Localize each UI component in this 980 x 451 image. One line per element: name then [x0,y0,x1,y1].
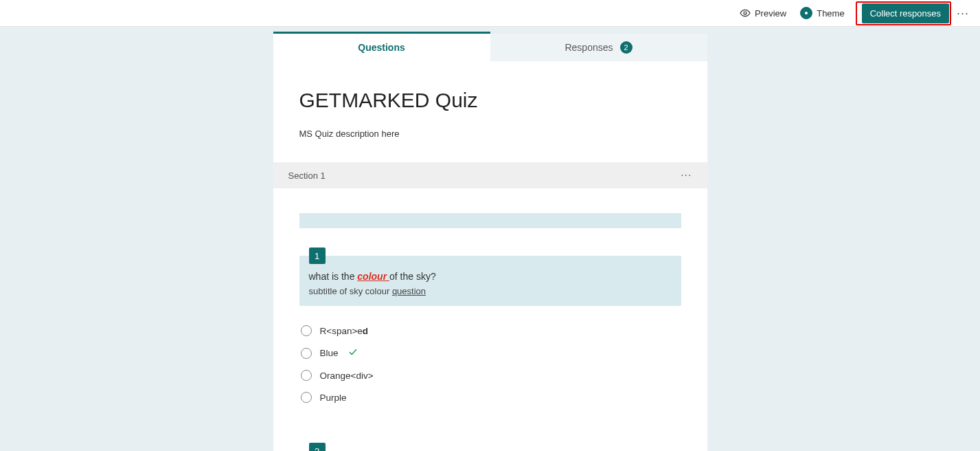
question-number-badge: 1 [309,248,326,264]
option-4[interactable]: Purple [301,386,681,408]
quiz-title[interactable]: GETMARKED Quiz [299,89,681,112]
radio-icon [301,348,312,359]
collect-responses-button[interactable]: Collect responses [862,3,949,23]
option-3[interactable]: Orange<div> [301,364,681,386]
scroll-area[interactable]: Questions Responses 2 GETMARKED Quiz MS … [0,27,980,451]
opt1-pre: R [320,326,327,336]
question-number-badge: 2 [309,443,326,451]
section-bar: Section 1 ··· [273,162,707,188]
questions-area: 1 what is the colour of the sky? subtitl… [273,188,707,451]
radio-icon [301,370,312,381]
option-2[interactable]: Blue [301,342,681,364]
section-description-placeholder[interactable] [299,213,681,228]
tabs: Questions Responses 2 [273,34,707,61]
option-1-label: R<span>ed [320,326,369,336]
top-toolbar: Preview Theme Collect responses ··· [0,0,980,27]
tab-questions[interactable]: Questions [273,34,490,61]
q1-text-colour: colour [357,271,389,282]
option-1[interactable]: R<span>ed [301,320,681,342]
option-4-label: Purple [320,393,347,403]
radio-icon [301,392,312,403]
question-1-text: what is the colour of the sky? [309,271,672,282]
more-icon: ··· [681,169,692,181]
palette-icon [800,7,812,19]
more-icon: ··· [957,6,969,20]
tab-responses-label: Responses [565,42,613,53]
radio-icon [301,325,312,336]
svg-point-1 [805,12,808,14]
quiz-header: GETMARKED Quiz MS Quiz description here [273,61,707,162]
svg-point-0 [744,12,747,14]
section-more-button[interactable]: ··· [681,169,692,182]
responses-count-badge: 2 [620,41,633,54]
quiz-description[interactable]: MS Quiz description here [299,129,681,139]
question-1-header[interactable]: 1 what is the colour of the sky? subtitl… [299,256,681,306]
option-3-label: Orange<div> [320,371,374,381]
tab-responses[interactable]: Responses 2 [490,34,707,61]
opt1-mid: <span>e [326,326,363,336]
theme-button[interactable]: Theme [793,0,851,26]
collect-highlight: Collect responses [856,1,951,25]
q1-text-prefix: what is the [309,271,358,282]
opt1-bold: d [363,326,368,336]
eye-icon [740,8,751,19]
more-menu-button[interactable]: ··· [951,6,975,21]
tab-questions-label: Questions [358,42,404,53]
preview-label: Preview [755,8,786,19]
option-2-label: Blue [320,348,339,358]
question-1-options: R<span>ed Blue Orange<div> Purple [299,320,681,408]
form-container: Questions Responses 2 GETMARKED Quiz MS … [273,27,707,451]
q1-sub-prefix: subtitle of sky colour [309,286,392,296]
question-1-subtitle: subtitle of sky colour question [309,286,672,296]
checkmark-icon [348,347,358,359]
q1-text-suffix: of the sky? [389,271,436,282]
preview-button[interactable]: Preview [733,0,793,26]
theme-label: Theme [817,8,844,19]
section-label: Section 1 [288,170,326,181]
q1-sub-underlined: question [392,286,426,296]
question-2-header[interactable]: 2 [299,443,681,451]
